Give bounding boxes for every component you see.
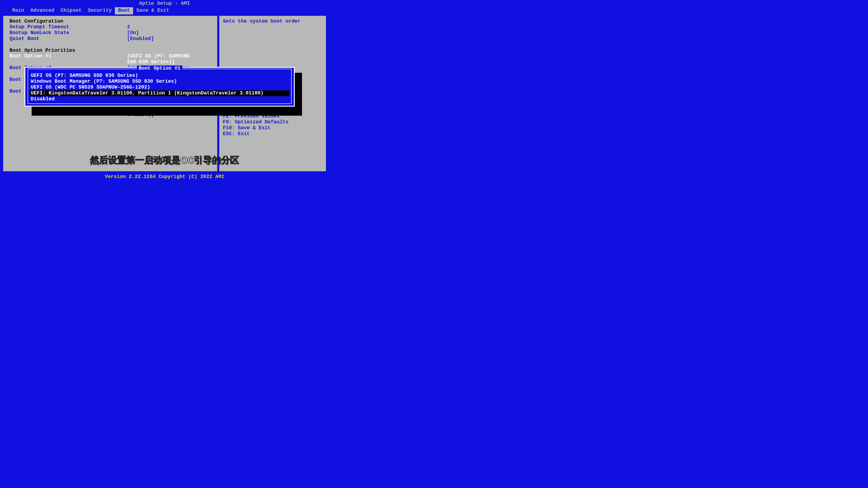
help-esc: ESC: Exit bbox=[223, 131, 322, 137]
help-f9: F9: Optimized Defaults bbox=[223, 119, 322, 125]
help-f10: F10: Save & Exit bbox=[223, 125, 322, 131]
help-description: Sets the system boot order bbox=[223, 19, 322, 24]
numlock-state-label: Bootup NumLock State bbox=[9, 30, 127, 36]
numlock-state-value: [On] bbox=[127, 30, 139, 36]
popup-option-uefi-kingston[interactable]: UEFI: KingstonDataTraveler 3.01100, Part… bbox=[30, 90, 289, 96]
menu-bar: Main Advanced Chipset Security Boot Save… bbox=[0, 7, 329, 14]
quiet-boot-label: Quiet Boot bbox=[9, 36, 127, 42]
video-subtitle: 然后设置第一启动项是OC引导的分区 bbox=[90, 154, 239, 166]
popup-title: Boot Option #1 bbox=[137, 66, 182, 71]
menu-chipset[interactable]: Chipset bbox=[57, 7, 85, 14]
popup-option-uefi-samsung[interactable]: UEFI OS (P7: SAMSUNG SSD 830 Series) bbox=[30, 73, 289, 78]
menu-save-exit[interactable]: Save & Exit bbox=[133, 7, 172, 14]
setup-prompt-timeout-value: 2 bbox=[127, 24, 130, 30]
quiet-boot-value: [Enabled] bbox=[127, 36, 154, 42]
boot-option-1-value-line2: SSD 830 Series)] bbox=[127, 59, 175, 65]
footer-bar: Version 2.22.1284 Copyright (C) 2022 AMI bbox=[0, 173, 329, 181]
quiet-boot-row[interactable]: Quiet Boot [Enabled] bbox=[9, 36, 211, 42]
popup-option-disabled[interactable]: Disabled bbox=[30, 96, 289, 102]
menu-main[interactable]: Main bbox=[9, 7, 27, 14]
popup-option-windows-boot-manager[interactable]: Windows Boot Manager (P7: SAMSUNG SSD 83… bbox=[30, 78, 289, 85]
boot-option-1-label: Boot Option #1 bbox=[9, 53, 127, 59]
numlock-state-row[interactable]: Bootup NumLock State [On] bbox=[9, 30, 211, 36]
menu-security[interactable]: Security bbox=[85, 7, 115, 14]
boot-option-1-value: [UEFI OS (P7: SAMSUNG bbox=[127, 53, 190, 59]
boot-config-header: Boot Configuration bbox=[9, 19, 211, 24]
menu-advanced[interactable]: Advanced bbox=[27, 7, 58, 14]
setup-prompt-timeout-row[interactable]: Setup Prompt Timeout 2 bbox=[9, 24, 211, 30]
title-bar: Aptio Setup - AMI bbox=[0, 0, 329, 7]
popup-option-uefi-wdc[interactable]: UEFI OS (WDC PC SN520 SDAPNUW-256G-1202) bbox=[30, 85, 289, 90]
boot-priorities-header: Boot Option Priorities bbox=[9, 48, 211, 53]
boot-option-1-row[interactable]: Boot Option #1 [UEFI OS (P7: SAMSUNG bbox=[9, 53, 211, 59]
menu-boot[interactable]: Boot bbox=[115, 7, 133, 14]
boot-option-popup[interactable]: Boot Option #1 UEFI OS (P7: SAMSUNG SSD … bbox=[24, 67, 295, 107]
setup-prompt-timeout-label: Setup Prompt Timeout bbox=[9, 24, 127, 30]
boot-option-1-value-line2-row: SSD 830 Series)] bbox=[9, 59, 211, 65]
